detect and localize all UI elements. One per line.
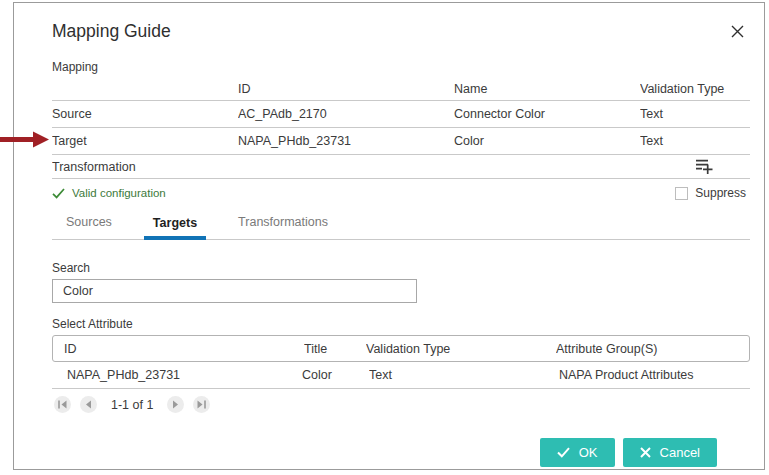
attribute-table: ID Title Validation Type Attribute Group…: [52, 335, 750, 389]
first-page-button[interactable]: [54, 396, 71, 413]
mapping-transformation-row: Transformation: [52, 155, 750, 179]
last-page-icon: [196, 400, 207, 409]
suppress-label: Suppress: [695, 186, 746, 200]
check-icon: [52, 188, 65, 199]
target-name: Color: [454, 134, 640, 148]
dialog-title: Mapping Guide: [52, 21, 750, 42]
attribute-row[interactable]: NAPA_PHdb_23731 Color Text NAPA Product …: [52, 362, 750, 389]
mapping-col-id: ID: [238, 82, 454, 96]
suppress-option: Suppress: [675, 186, 746, 200]
cancel-button[interactable]: Cancel: [623, 438, 717, 467]
cancel-x-icon: [640, 447, 651, 458]
cancel-button-label: Cancel: [660, 445, 700, 460]
source-name: Connector Color: [454, 107, 640, 121]
attr-col-id: ID: [64, 342, 304, 356]
attr-row-title: Color: [302, 368, 369, 382]
tab-bar: Sources Targets Transformations: [52, 215, 750, 240]
add-transformation-button[interactable]: [696, 159, 714, 175]
tab-sources[interactable]: Sources: [57, 215, 121, 239]
pagination-text: 1-1 of 1: [111, 398, 153, 412]
source-row-label: Source: [52, 107, 238, 121]
pagination: 1-1 of 1: [52, 396, 750, 413]
mapping-col-validation-type: Validation Type: [640, 82, 750, 96]
ok-button[interactable]: OK: [540, 438, 615, 467]
close-button[interactable]: [728, 22, 746, 40]
attr-col-group: Attribute Group(S): [556, 342, 749, 356]
dialog-header: Mapping Guide: [52, 21, 750, 42]
mapping-target-row: Target NAPA_PHdb_23731 Color Text: [52, 128, 750, 155]
mapping-guide-dialog: Mapping Guide Mapping ID Name Validation…: [13, 2, 765, 470]
mapping-source-row: Source AC_PAdb_2170 Connector Color Text: [52, 101, 750, 128]
target-id: NAPA_PHdb_23731: [238, 134, 454, 148]
valid-configuration-label: Valid configuration: [72, 187, 166, 199]
search-input[interactable]: [52, 279, 417, 303]
select-attribute-label: Select Attribute: [52, 317, 750, 331]
transformation-row-label: Transformation: [52, 160, 136, 174]
attribute-table-header: ID Title Validation Type Attribute Group…: [52, 335, 750, 362]
attr-row-id: NAPA_PHdb_23731: [67, 368, 307, 382]
tab-transformations[interactable]: Transformations: [229, 215, 337, 239]
mapping-table-header: ID Name Validation Type: [52, 78, 750, 101]
next-page-button[interactable]: [167, 396, 184, 413]
tab-targets[interactable]: Targets: [144, 216, 206, 240]
dialog-footer: OK Cancel: [52, 438, 750, 467]
next-page-icon: [171, 400, 180, 409]
mapping-col-name: Name: [454, 82, 640, 96]
annotation-arrow-icon: [0, 131, 50, 148]
valid-configuration-status: Valid configuration: [52, 187, 166, 199]
last-page-button[interactable]: [193, 396, 210, 413]
attr-row-validation-type: Text: [369, 368, 559, 382]
suppress-checkbox[interactable]: [675, 187, 688, 200]
previous-page-button[interactable]: [80, 396, 97, 413]
first-page-icon: [57, 400, 68, 409]
attr-col-validation-type: Validation Type: [366, 342, 556, 356]
mapping-section-label: Mapping: [52, 60, 750, 74]
attr-row-group: NAPA Product Attributes: [559, 368, 750, 382]
ok-check-icon: [557, 447, 570, 458]
attr-col-title: Title: [304, 342, 366, 356]
status-line: Valid configuration Suppress: [52, 186, 750, 200]
screen: Mapping Guide Mapping ID Name Validation…: [0, 0, 769, 475]
target-validation-type: Text: [640, 134, 750, 148]
source-id: AC_PAdb_2170: [238, 107, 454, 121]
search-label: Search: [52, 261, 750, 275]
previous-page-icon: [84, 400, 93, 409]
add-to-list-icon: [696, 159, 714, 175]
close-icon: [731, 25, 744, 38]
ok-button-label: OK: [579, 445, 598, 460]
source-validation-type: Text: [640, 107, 750, 121]
mapping-table: ID Name Validation Type Source AC_PAdb_2…: [52, 78, 750, 179]
target-row-label: Target: [52, 134, 238, 148]
